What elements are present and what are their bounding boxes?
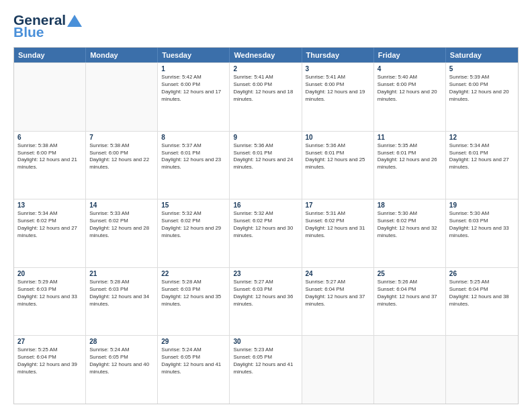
day-number: 2 — [233, 65, 298, 73]
day-info: Sunrise: 5:28 AM Sunset: 6:03 PM Dayligh… — [89, 279, 154, 308]
day-info: Sunrise: 5:24 AM Sunset: 6:05 PM Dayligh… — [89, 347, 154, 376]
day-info: Sunrise: 5:25 AM Sunset: 6:04 PM Dayligh… — [17, 347, 82, 376]
cal-cell: 26Sunrise: 5:25 AM Sunset: 6:04 PM Dayli… — [446, 268, 518, 336]
day-info: Sunrise: 5:41 AM Sunset: 6:00 PM Dayligh… — [306, 74, 370, 103]
cal-cell: 2Sunrise: 5:41 AM Sunset: 6:00 PM Daylig… — [230, 63, 302, 131]
cal-cell — [374, 336, 446, 404]
day-number: 22 — [161, 270, 226, 277]
cal-cell — [86, 63, 158, 131]
week-row-4: 20Sunrise: 5:29 AM Sunset: 6:03 PM Dayli… — [14, 267, 518, 336]
svg-marker-0 — [67, 15, 82, 27]
day-number: 30 — [233, 338, 298, 345]
week-row-1: 1Sunrise: 5:42 AM Sunset: 6:00 PM Daylig… — [14, 62, 518, 131]
day-number: 7 — [89, 134, 154, 141]
cal-cell: 25Sunrise: 5:26 AM Sunset: 6:04 PM Dayli… — [374, 268, 446, 336]
week-row-5: 27Sunrise: 5:25 AM Sunset: 6:04 PM Dayli… — [14, 335, 518, 404]
day-number: 4 — [378, 65, 442, 73]
day-header-sunday: Sunday — [14, 48, 86, 62]
cal-cell: 29Sunrise: 5:24 AM Sunset: 6:05 PM Dayli… — [158, 336, 230, 404]
day-header-wednesday: Wednesday — [230, 48, 302, 62]
day-info: Sunrise: 5:32 AM Sunset: 6:02 PM Dayligh… — [161, 210, 226, 240]
day-info: Sunrise: 5:30 AM Sunset: 6:03 PM Dayligh… — [449, 210, 515, 240]
day-number: 29 — [161, 338, 226, 345]
day-info: Sunrise: 5:38 AM Sunset: 6:00 PM Dayligh… — [89, 142, 154, 172]
day-number: 17 — [306, 201, 370, 209]
day-info: Sunrise: 5:38 AM Sunset: 6:00 PM Dayligh… — [17, 142, 82, 172]
cal-cell: 28Sunrise: 5:24 AM Sunset: 6:05 PM Dayli… — [86, 336, 158, 404]
calendar-body: 1Sunrise: 5:42 AM Sunset: 6:00 PM Daylig… — [14, 62, 518, 404]
day-header-saturday: Saturday — [446, 48, 518, 62]
logo: General Blue — [13, 12, 82, 40]
day-number: 14 — [89, 201, 154, 209]
day-number: 25 — [378, 270, 442, 277]
cal-cell — [446, 336, 518, 404]
logo-blue: Blue — [13, 24, 44, 40]
cal-cell: 3Sunrise: 5:41 AM Sunset: 6:00 PM Daylig… — [302, 63, 374, 131]
cal-cell: 22Sunrise: 5:28 AM Sunset: 6:03 PM Dayli… — [158, 268, 230, 336]
day-number: 10 — [306, 134, 370, 141]
cal-cell: 23Sunrise: 5:27 AM Sunset: 6:03 PM Dayli… — [230, 268, 302, 336]
cal-cell — [14, 63, 86, 131]
day-info: Sunrise: 5:42 AM Sunset: 6:00 PM Dayligh… — [161, 74, 226, 103]
cal-cell: 9Sunrise: 5:36 AM Sunset: 6:01 PM Daylig… — [230, 132, 302, 199]
day-number: 27 — [17, 338, 82, 345]
day-number: 13 — [17, 201, 82, 209]
day-number: 23 — [233, 270, 298, 277]
cal-cell: 27Sunrise: 5:25 AM Sunset: 6:04 PM Dayli… — [14, 336, 86, 404]
cal-cell: 20Sunrise: 5:29 AM Sunset: 6:03 PM Dayli… — [14, 268, 86, 336]
cal-cell: 24Sunrise: 5:27 AM Sunset: 6:04 PM Dayli… — [302, 268, 374, 336]
day-header-thursday: Thursday — [302, 48, 374, 62]
cal-cell: 19Sunrise: 5:30 AM Sunset: 6:03 PM Dayli… — [446, 199, 518, 267]
cal-cell: 14Sunrise: 5:33 AM Sunset: 6:02 PM Dayli… — [86, 199, 158, 267]
calendar: SundayMondayTuesdayWednesdayThursdayFrid… — [13, 47, 519, 404]
day-header-friday: Friday — [374, 48, 446, 62]
day-number: 16 — [233, 201, 298, 209]
day-info: Sunrise: 5:34 AM Sunset: 6:01 PM Dayligh… — [449, 142, 515, 172]
cal-cell: 4Sunrise: 5:40 AM Sunset: 6:00 PM Daylig… — [374, 63, 446, 131]
day-number: 6 — [17, 134, 82, 141]
day-info: Sunrise: 5:24 AM Sunset: 6:05 PM Dayligh… — [161, 347, 226, 376]
day-number: 21 — [89, 270, 154, 277]
cal-cell: 10Sunrise: 5:36 AM Sunset: 6:01 PM Dayli… — [302, 132, 374, 199]
cal-cell: 17Sunrise: 5:31 AM Sunset: 6:02 PM Dayli… — [302, 199, 374, 267]
cal-cell: 21Sunrise: 5:28 AM Sunset: 6:03 PM Dayli… — [86, 268, 158, 336]
day-header-monday: Monday — [86, 48, 158, 62]
day-number: 3 — [306, 65, 370, 73]
cal-cell — [302, 336, 374, 404]
page: General Blue SundayMondayTuesdayWednesda… — [0, 0, 532, 411]
day-number: 11 — [378, 134, 442, 141]
day-info: Sunrise: 5:27 AM Sunset: 6:03 PM Dayligh… — [233, 279, 298, 308]
week-row-2: 6Sunrise: 5:38 AM Sunset: 6:00 PM Daylig… — [14, 131, 518, 199]
day-header-tuesday: Tuesday — [158, 48, 230, 62]
cal-cell: 15Sunrise: 5:32 AM Sunset: 6:02 PM Dayli… — [158, 199, 230, 267]
day-info: Sunrise: 5:41 AM Sunset: 6:00 PM Dayligh… — [233, 74, 298, 103]
cal-cell: 12Sunrise: 5:34 AM Sunset: 6:01 PM Dayli… — [446, 132, 518, 199]
day-info: Sunrise: 5:28 AM Sunset: 6:03 PM Dayligh… — [161, 279, 226, 308]
cal-cell: 11Sunrise: 5:35 AM Sunset: 6:01 PM Dayli… — [374, 132, 446, 199]
cal-cell: 7Sunrise: 5:38 AM Sunset: 6:00 PM Daylig… — [86, 132, 158, 199]
week-row-3: 13Sunrise: 5:34 AM Sunset: 6:02 PM Dayli… — [14, 199, 518, 267]
cal-cell: 16Sunrise: 5:32 AM Sunset: 6:02 PM Dayli… — [230, 199, 302, 267]
day-info: Sunrise: 5:34 AM Sunset: 6:02 PM Dayligh… — [17, 210, 82, 240]
day-info: Sunrise: 5:30 AM Sunset: 6:02 PM Dayligh… — [378, 210, 442, 240]
day-number: 20 — [17, 270, 82, 277]
day-info: Sunrise: 5:31 AM Sunset: 6:02 PM Dayligh… — [306, 210, 370, 240]
day-number: 28 — [89, 338, 154, 345]
day-number: 18 — [378, 201, 442, 209]
day-info: Sunrise: 5:27 AM Sunset: 6:04 PM Dayligh… — [306, 279, 370, 308]
day-number: 12 — [449, 134, 515, 141]
cal-cell: 30Sunrise: 5:23 AM Sunset: 6:05 PM Dayli… — [230, 336, 302, 404]
header: General Blue — [13, 12, 519, 40]
day-number: 8 — [161, 134, 226, 141]
day-info: Sunrise: 5:29 AM Sunset: 6:03 PM Dayligh… — [17, 279, 82, 308]
day-info: Sunrise: 5:35 AM Sunset: 6:01 PM Dayligh… — [378, 142, 442, 172]
day-info: Sunrise: 5:26 AM Sunset: 6:04 PM Dayligh… — [378, 279, 442, 308]
cal-cell: 6Sunrise: 5:38 AM Sunset: 6:00 PM Daylig… — [14, 132, 86, 199]
day-info: Sunrise: 5:36 AM Sunset: 6:01 PM Dayligh… — [233, 142, 298, 172]
logo-icon — [67, 15, 82, 27]
day-info: Sunrise: 5:32 AM Sunset: 6:02 PM Dayligh… — [233, 210, 298, 240]
day-info: Sunrise: 5:37 AM Sunset: 6:01 PM Dayligh… — [161, 142, 226, 172]
day-info: Sunrise: 5:36 AM Sunset: 6:01 PM Dayligh… — [306, 142, 370, 172]
day-number: 26 — [449, 270, 515, 277]
cal-cell: 18Sunrise: 5:30 AM Sunset: 6:02 PM Dayli… — [374, 199, 446, 267]
